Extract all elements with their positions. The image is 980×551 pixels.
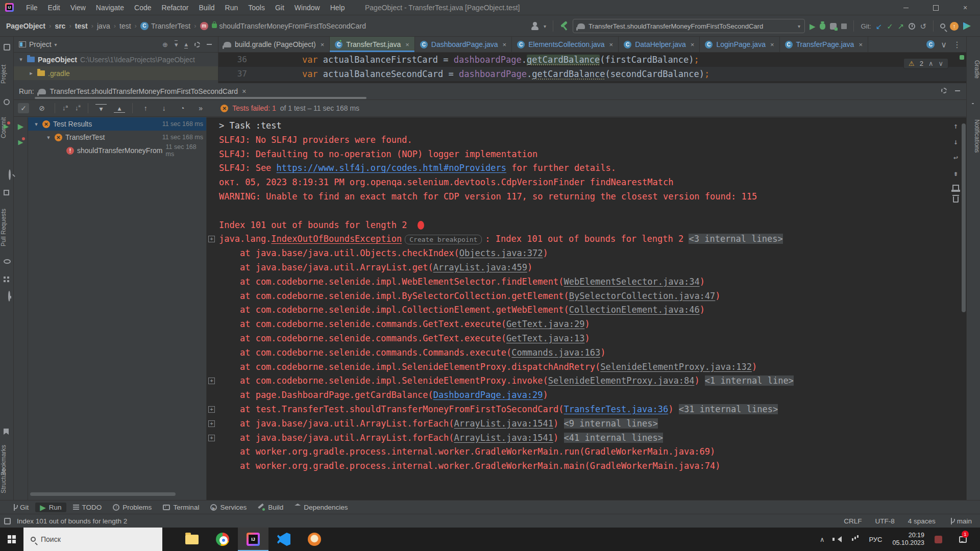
editor-tab[interactable]: CDashboardPage.java×	[415, 37, 512, 52]
menu-git[interactable]: Git	[270, 0, 289, 15]
next-warning-icon[interactable]: ∨	[938, 60, 943, 67]
menu-tools[interactable]: Tools	[243, 0, 270, 15]
close-icon[interactable]: ×	[859, 41, 863, 48]
more-actions-icon[interactable]: »	[195, 104, 206, 112]
show-ignored-toggle[interactable]: ⊘	[36, 104, 47, 112]
code-line[interactable]: 36 var actualBalanceFirstCard = dashboar…	[218, 53, 966, 67]
prev-warning-icon[interactable]: ∧	[928, 60, 934, 67]
collapse-all-icon[interactable]: ▴	[114, 104, 125, 113]
menu-window[interactable]: Window	[289, 0, 325, 15]
breadcrumb-item[interactable]: mshouldTransferMoneyFromFirstToSecondCar…	[200, 22, 366, 30]
stripe-label-structure[interactable]: Structure	[0, 463, 14, 499]
menu-file[interactable]: File	[21, 0, 43, 15]
editor-tab[interactable]: CTransferTest.java×	[330, 37, 414, 52]
fold-expand-icon[interactable]: +	[208, 378, 215, 384]
test-tree-row[interactable]: ▾✕Test Results11 sec 168 ms	[28, 117, 206, 131]
fold-expand-icon[interactable]: +	[208, 236, 215, 242]
menu-view[interactable]: View	[65, 0, 91, 15]
taskbar-vscode-button[interactable]	[268, 528, 299, 551]
stripe-label-notifications[interactable]: Notifications	[967, 108, 980, 164]
stack-link[interactable]: TransferTest.java:36	[564, 404, 669, 414]
stack-link[interactable]: DashboardPage.java:29	[433, 390, 543, 400]
editor-code[interactable]: 36 var actualBalanceFirstCard = dashboar…	[218, 53, 966, 81]
close-icon[interactable]: ×	[405, 41, 409, 48]
taskbar-intellij-button[interactable]	[238, 528, 268, 551]
taskbar-app-button[interactable]	[299, 528, 330, 551]
breadcrumb-item[interactable]: PageObject	[6, 22, 45, 30]
run-tool-stripe-icon[interactable]: ▶	[4, 122, 9, 130]
layout-icon[interactable]	[4, 518, 11, 524]
locate-file-icon[interactable]: ⊕	[162, 41, 168, 48]
chevron-expanded-icon[interactable]: ▾	[33, 121, 39, 128]
close-button[interactable]: ×	[950, 0, 980, 15]
vertical-scrollbar[interactable]	[962, 123, 966, 312]
close-icon[interactable]: ×	[609, 41, 614, 48]
close-icon[interactable]: ×	[321, 41, 325, 48]
tool-button-run[interactable]: ▶Run	[35, 503, 66, 512]
scroll-up-icon[interactable]: ↑	[953, 121, 958, 131]
user-dropdown-arrow-icon[interactable]: ▾	[544, 23, 546, 29]
tool-button-problems[interactable]: !Problems	[108, 503, 156, 512]
taskbar-explorer-button[interactable]	[177, 528, 207, 551]
project-tool-icon[interactable]	[4, 44, 10, 51]
stack-file-link[interactable]: Commands.java:163	[511, 347, 600, 358]
expand-all-icon[interactable]: ▾	[95, 104, 107, 113]
fold-expand-icon[interactable]: +	[208, 406, 215, 413]
volume-icon[interactable]	[835, 536, 842, 542]
tray-app-icon[interactable]	[935, 536, 942, 543]
folded-lines-badge[interactable]: <3 internal lines>	[689, 234, 782, 244]
code-line[interactable]: 37 var actualBalanceSecondCard = dashboa…	[218, 67, 966, 81]
chevron-down-icon[interactable]: ▾	[55, 42, 57, 47]
stack-file-link[interactable]: ArrayList.java:1541	[454, 433, 553, 443]
stack-file-link[interactable]: GetText.java:29	[506, 319, 585, 329]
tool-window-icon[interactable]	[9, 169, 11, 180]
history-icon[interactable]	[909, 23, 915, 30]
minimize-button[interactable]	[891, 0, 921, 15]
chevron-collapsed-icon[interactable]: ▸	[28, 70, 34, 77]
hide-panel-icon[interactable]	[207, 44, 212, 45]
tool-button-dependencies[interactable]: Dependencies	[290, 503, 352, 512]
git-update-button[interactable]: ↙	[876, 22, 883, 30]
commit-tool-icon[interactable]	[4, 99, 10, 105]
update-available-icon[interactable]: ↑	[950, 22, 959, 31]
stack-file-link[interactable]: WebElementSelector.java:34	[564, 277, 700, 287]
run-configuration-select[interactable]: TransferTest.shouldTransferMoneyFromFirs…	[573, 19, 805, 33]
project-tree-root-row[interactable]: ▾ PageObject C:\Users\1\IdeaProjects\Pag…	[14, 53, 218, 66]
print-icon[interactable]	[952, 185, 959, 190]
editor-tab[interactable]: CTransferPage.java×	[780, 37, 868, 52]
stack-file-link[interactable]: GetText.java:13	[506, 333, 585, 343]
create-breakpoint-button[interactable]: Create breakpoint	[405, 235, 482, 244]
menu-refactor[interactable]: Refactor	[157, 0, 194, 15]
menu-code[interactable]: Code	[129, 0, 156, 15]
stripe-label-project[interactable]: Project	[0, 57, 14, 91]
start-button[interactable]	[0, 528, 23, 551]
taskbar-search-box[interactable]: Поиск	[23, 528, 162, 551]
stack-file-link[interactable]: ArrayList.java:1541	[454, 418, 553, 429]
menu-run[interactable]: Run	[220, 0, 243, 15]
fold-expand-icon[interactable]: +	[208, 435, 215, 441]
editor-tab[interactable]: CElementsCollection.java×	[512, 37, 619, 52]
close-icon[interactable]: ×	[770, 41, 774, 48]
language-indicator[interactable]: РУС	[869, 536, 882, 543]
previous-failed-test-icon[interactable]: ↑	[140, 104, 151, 112]
stack-link[interactable]: https://www.slf4j.org/codes.html#noProvi…	[277, 163, 506, 173]
network-icon[interactable]	[852, 538, 853, 541]
sort-by-duration-icon[interactable]: ↓≡	[75, 104, 81, 112]
fold-expand-icon[interactable]: +	[208, 420, 215, 427]
rollback-icon[interactable]: ↺	[920, 22, 926, 30]
search-everywhere-icon[interactable]	[940, 23, 945, 29]
breadcrumb-item[interactable]: CTransferTest	[140, 22, 190, 30]
line-ending-indicator[interactable]: CRLF	[844, 517, 862, 525]
tool-button-git[interactable]: Git	[7, 503, 33, 512]
stripe-label-gradle[interactable]: Gradle	[967, 54, 980, 85]
expand-all-icon[interactable]: ▾	[175, 40, 178, 48]
ide-features-icon[interactable]	[963, 22, 971, 30]
menu-edit[interactable]: Edit	[43, 0, 65, 15]
stack-file-link[interactable]: Objects.java:372	[459, 248, 543, 258]
collapse-all-icon[interactable]: ▴	[184, 40, 188, 48]
menu-build[interactable]: Build	[193, 0, 219, 15]
run-tab-close-icon[interactable]: ×	[242, 87, 246, 95]
console-text[interactable]: IndexOutOfBoundsException	[271, 234, 402, 244]
encoding-indicator[interactable]: UTF-8	[875, 517, 894, 525]
rerun-tests-button[interactable]: ▶	[18, 122, 24, 130]
